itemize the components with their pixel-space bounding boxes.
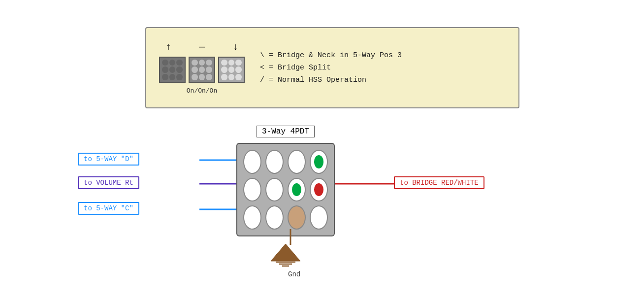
legend-note-1: \ = Bridge & Neck in 5-Way Pos 3 (260, 51, 402, 60)
dot (206, 60, 212, 66)
dot (199, 60, 205, 66)
pin-r3c1 (243, 205, 261, 230)
switches-row (159, 57, 245, 83)
switch-component-title: 3-Way 4PDT (257, 126, 315, 137)
pin-r1c3 (288, 150, 306, 174)
dot (206, 67, 212, 73)
legend-note-3: / = Normal HSS Operation (260, 76, 402, 84)
main-canvas: ↑ — ↓ (0, 0, 644, 300)
dot (206, 74, 212, 80)
dot (176, 60, 183, 66)
pin-r2c4 (310, 178, 328, 202)
switch-label: On/On/On (187, 87, 217, 95)
dot (162, 74, 168, 80)
legend-box: ↑ — ↓ (145, 27, 519, 108)
pin-r3c2 (265, 205, 284, 230)
dot (169, 74, 176, 80)
dot (192, 60, 198, 66)
switch-arrows: ↑ — ↓ (156, 41, 248, 53)
dot (176, 67, 183, 73)
dot (162, 60, 168, 66)
switch-component: 3-Way 4PDT (226, 126, 345, 241)
dot (221, 60, 227, 66)
label-bridge-text: to BRIDGE RED/WHITE (400, 179, 479, 187)
label-5way-c: to 5-WAY "C" (78, 202, 139, 215)
label-5way-d-text: to 5-WAY "D" (84, 155, 133, 163)
pin-r2c3 (288, 178, 306, 202)
label-5way-c-text: to 5-WAY "C" (84, 204, 133, 212)
label-volume: to VOLUME Rt (78, 176, 139, 189)
pin-r2c2 (265, 178, 284, 202)
dot (176, 74, 183, 80)
dot (169, 67, 176, 73)
arrow-dash: — (190, 41, 214, 53)
arrow-down: ↓ (223, 41, 248, 53)
dot (221, 74, 227, 80)
dot (235, 67, 242, 73)
dot (235, 74, 242, 80)
pin-r1c1 (243, 150, 261, 174)
legend-note-2: < = Bridge Split (260, 64, 402, 72)
dot (221, 67, 227, 73)
dot (199, 67, 205, 73)
label-bridge: to BRIDGE RED/WHITE (394, 176, 484, 189)
ground-symbol: Gnd (271, 244, 300, 278)
ground-label: Gnd (288, 270, 300, 278)
dot (228, 60, 235, 66)
dot (192, 67, 198, 73)
switch-box-3 (218, 57, 245, 83)
pin-r1c4 (310, 150, 328, 174)
dot (199, 74, 205, 80)
pin-r1c2 (265, 150, 284, 174)
legend-text: \ = Bridge & Neck in 5-Way Pos 3 < = Bri… (260, 51, 402, 84)
label-5way-d: to 5-WAY "D" (78, 153, 139, 166)
switch-box-1 (159, 57, 186, 83)
legend-switches: ↑ — ↓ (156, 41, 248, 95)
label-volume-text: to VOLUME Rt (84, 179, 133, 187)
arrow-up: ↑ (156, 41, 181, 53)
ground-svg (271, 244, 300, 268)
switch-box-2 (189, 57, 215, 83)
pin-r3c4 (310, 205, 328, 230)
pin-r2c1 (243, 178, 261, 202)
switch-body (236, 143, 335, 236)
dot (228, 74, 235, 80)
svg-marker-5 (271, 244, 300, 261)
dot (169, 60, 176, 66)
pin-r3c3 (288, 205, 306, 230)
dot (162, 67, 168, 73)
dot (235, 60, 242, 66)
dot (192, 74, 198, 80)
dot (228, 67, 235, 73)
